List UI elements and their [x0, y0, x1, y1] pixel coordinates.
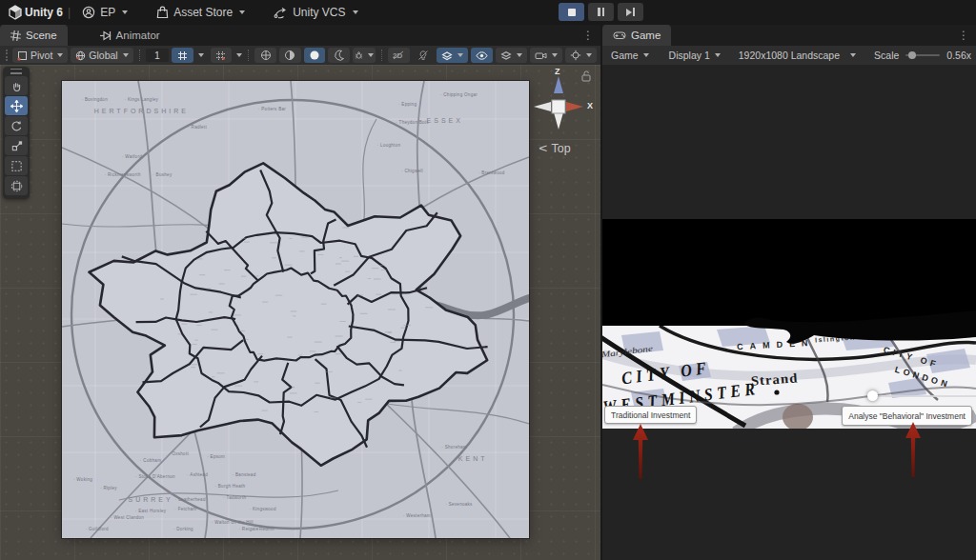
- toolbar-separator: [381, 50, 382, 61]
- account-label: EP: [100, 6, 115, 19]
- chevron-left-icon: <: [539, 141, 547, 155]
- orientation-label: Global: [89, 50, 117, 61]
- toolbar-drag-handle[interactable]: [6, 50, 8, 61]
- grid-size-field[interactable]: 1: [146, 49, 169, 62]
- resolution-dropdown[interactable]: 1920x1080 Landscape: [734, 48, 861, 63]
- play-button[interactable]: [559, 3, 584, 21]
- overlays-dropdown[interactable]: [496, 48, 527, 63]
- step-icon: [626, 8, 635, 16]
- chevron-down-icon: [368, 53, 374, 57]
- chevron-down-icon: [239, 10, 245, 14]
- game-panel-kebab-icon[interactable]: ⋮: [958, 29, 969, 42]
- ui-slider-line: [873, 395, 976, 397]
- effects-dropdown[interactable]: [437, 48, 468, 63]
- account-menu[interactable]: EP: [75, 3, 134, 22]
- london-borough-map: BovingdonKings LangleyRadlettPotters Bar…: [62, 81, 529, 538]
- lock-icon[interactable]: [581, 70, 591, 82]
- scale-tool-button[interactable]: [5, 136, 28, 155]
- scale-label: Scale: [874, 50, 899, 61]
- draw-mode-shaded[interactable]: [304, 48, 326, 63]
- app-title: Unity 6: [25, 6, 63, 19]
- tab-scene[interactable]: Scene: [0, 25, 68, 46]
- traditional-investment-button[interactable]: Traditional Investment: [604, 406, 697, 424]
- grid-visibility-toggle[interactable]: [172, 48, 193, 63]
- view-gizmo[interactable]: Z X < Top: [522, 69, 597, 160]
- game-mode-dropdown[interactable]: Game: [606, 48, 654, 63]
- gizmo-z-label: Z: [555, 67, 560, 76]
- game-panel: Game ⋮ Game Display 1 1920x1080 Landscap…: [602, 25, 976, 560]
- lighting-mode-icon[interactable]: [328, 48, 350, 63]
- game-render-area[interactable]: MaryleboneCAMDENIslingtonStrandCITY OFLO…: [602, 219, 976, 429]
- animator-tab-icon: [99, 30, 112, 41]
- chevron-down-icon: [586, 53, 592, 57]
- grid-options-caret[interactable]: [198, 53, 204, 57]
- camera-dropdown[interactable]: [530, 48, 562, 63]
- scene-visibility-toggle[interactable]: [471, 48, 493, 63]
- debug-draw-dropdown[interactable]: [353, 48, 376, 63]
- annotation-arrow-right: [905, 422, 922, 479]
- main-menu-bar: Unity 6 | EP Asset Store Unity VCS: [0, 0, 976, 25]
- move-tool-button[interactable]: [5, 96, 28, 115]
- overlay-drag-handle[interactable]: [3, 68, 30, 75]
- chevron-down-icon: [850, 53, 856, 57]
- pivot-dropdown[interactable]: Pivot: [12, 48, 68, 63]
- chevron-down-icon: [517, 53, 522, 57]
- toolbar-separator: [139, 50, 140, 61]
- scene-viewport[interactable]: BovingdonKings LangleyRadlettPotters Bar…: [0, 65, 600, 560]
- unity-logo-icon: [8, 5, 23, 20]
- scale-value: 0.56x: [946, 50, 971, 61]
- grid-size-value: 1: [154, 50, 160, 61]
- draw-mode-shaded-wire[interactable]: [279, 48, 301, 63]
- toggle-2d-view[interactable]: 2D: [388, 48, 410, 63]
- toolbar-separator: [248, 50, 249, 61]
- game-tab-icon: [613, 30, 626, 40]
- pause-button[interactable]: [588, 3, 614, 21]
- orientation-dropdown[interactable]: Global: [71, 48, 132, 63]
- map-canvas: [62, 81, 529, 538]
- game-mode-label: Game: [611, 50, 639, 61]
- display-dropdown[interactable]: Display 1: [664, 48, 725, 63]
- game-toolbar: Game Display 1 1920x1080 Landscape Scale…: [602, 46, 976, 65]
- rect-tool-button[interactable]: [5, 156, 28, 175]
- chevron-down-icon: [458, 53, 463, 57]
- pivot-label: Pivot: [30, 50, 52, 61]
- horizon-silhouette: [602, 299, 976, 345]
- scene-tab-icon: [10, 30, 21, 41]
- account-icon: [82, 6, 95, 19]
- vcs-icon: [274, 7, 288, 19]
- tab-animator[interactable]: Animator: [89, 25, 171, 46]
- scale-slider[interactable]: [905, 54, 940, 56]
- rotate-tool-button[interactable]: [5, 116, 28, 135]
- behavioral-investment-label: Analyse "Behavioral" Investment: [848, 411, 966, 421]
- tab-animator-label: Animator: [116, 30, 160, 41]
- snap-options-caret[interactable]: [236, 53, 242, 57]
- asset-store-icon: [156, 6, 169, 19]
- vcs-label: Unity VCS: [293, 6, 345, 19]
- snap-increment-toggle[interactable]: [211, 48, 233, 63]
- tab-game-label: Game: [631, 30, 661, 41]
- toggle-scene-lighting[interactable]: [413, 48, 435, 63]
- tab-game[interactable]: Game: [602, 25, 671, 46]
- menu-separator: |: [68, 6, 71, 19]
- view-orientation-text: Top: [552, 142, 571, 155]
- asset-store-label: Asset Store: [173, 6, 233, 19]
- resolution-label: 1920x1080 Landscape: [739, 50, 840, 61]
- scale-control: Scale 0.56x: [869, 48, 976, 63]
- hand-tool-button[interactable]: [5, 76, 28, 95]
- pause-icon: [598, 8, 604, 16]
- step-button[interactable]: [618, 3, 643, 21]
- unity-editor-window: { "menu_bar":{ "app_title":"Unity 6", "a…: [0, 0, 976, 560]
- vcs-menu[interactable]: Unity VCS: [267, 3, 364, 22]
- ui-slider-knob[interactable]: [867, 390, 878, 401]
- traditional-investment-label: Traditional Investment: [611, 410, 690, 420]
- transform-tool-button[interactable]: [5, 176, 28, 195]
- draw-mode-wireframe[interactable]: [254, 48, 276, 63]
- gizmos-dropdown[interactable]: [565, 48, 597, 63]
- scene-panel-kebab-icon[interactable]: ⋮: [582, 29, 594, 42]
- asset-store-menu[interactable]: Asset Store: [150, 3, 252, 22]
- chevron-down-icon: [122, 10, 128, 14]
- chevron-down-icon: [643, 53, 649, 57]
- view-orientation-label[interactable]: < Top: [539, 141, 571, 155]
- scale-slider-knob[interactable]: [908, 51, 916, 59]
- gizmo-x-label: X: [587, 101, 593, 110]
